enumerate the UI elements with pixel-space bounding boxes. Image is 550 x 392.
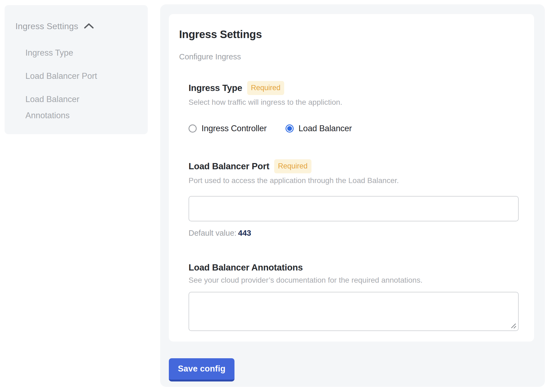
load-balancer-port-heading-row: Load Balancer Port Required xyxy=(189,159,518,173)
radio-unselected-icon[interactable] xyxy=(189,124,197,133)
ingress-settings-card: Ingress Settings Configure Ingress Ingre… xyxy=(169,14,534,342)
default-value-note: Default value:443 xyxy=(189,228,518,238)
load-balancer-port-input[interactable] xyxy=(189,196,519,221)
section-ingress-type: Ingress Type Required Select how traffic… xyxy=(189,81,518,133)
settings-nav-sidebar: Ingress Settings Ingress Type Load Balan… xyxy=(5,5,148,134)
load-balancer-annotations-label: Load Balancer Annotations xyxy=(189,262,303,273)
required-badge: Required xyxy=(274,159,311,173)
ingress-type-label: Ingress Type xyxy=(189,83,242,93)
radio-label-load-balancer: Load Balancer xyxy=(299,124,352,133)
sidebar-section-toggle[interactable]: Ingress Settings xyxy=(15,21,140,31)
sidebar-item-ingress-type[interactable]: Ingress Type xyxy=(25,45,117,61)
save-config-button[interactable]: Save config xyxy=(169,358,234,381)
chevron-up-icon xyxy=(84,23,94,30)
radio-option-ingress-controller[interactable]: Ingress Controller xyxy=(189,124,267,133)
default-value: 443 xyxy=(238,229,251,237)
load-balancer-annotations-field xyxy=(189,292,519,331)
ingress-type-heading-row: Ingress Type Required xyxy=(189,81,518,95)
sidebar-item-load-balancer-annotations[interactable]: Load Balancer Annotations xyxy=(25,91,117,124)
section-load-balancer-port: Load Balancer Port Required Port used to… xyxy=(189,159,518,238)
required-badge: Required xyxy=(247,81,284,95)
sidebar-item-list: Ingress Type Load Balancer Port Load Bal… xyxy=(25,45,140,124)
radio-label-ingress-controller: Ingress Controller xyxy=(202,124,267,133)
page-title: Ingress Settings xyxy=(179,28,518,40)
ingress-type-description: Select how traffic will ingress to the a… xyxy=(189,98,518,107)
load-balancer-port-label: Load Balancer Port xyxy=(189,161,269,172)
load-balancer-port-description: Port used to access the application thro… xyxy=(189,176,518,185)
load-balancer-annotations-description: See your cloud provider’s documentation … xyxy=(189,276,518,285)
settings-main-panel: Ingress Settings Configure Ingress Ingre… xyxy=(160,4,545,387)
ingress-type-radio-group: Ingress Controller Load Balancer xyxy=(189,124,518,133)
section-load-balancer-annotations: Load Balancer Annotations See your cloud… xyxy=(189,262,518,331)
form-sections: Ingress Type Required Select how traffic… xyxy=(189,81,518,331)
sidebar-item-load-balancer-port[interactable]: Load Balancer Port xyxy=(25,68,117,84)
load-balancer-annotations-textarea[interactable] xyxy=(189,292,519,331)
page-subtitle: Configure Ingress xyxy=(179,52,518,61)
load-balancer-annotations-heading-row: Load Balancer Annotations xyxy=(189,262,518,273)
radio-selected-icon[interactable] xyxy=(286,124,294,133)
resize-handle-icon[interactable] xyxy=(510,322,517,329)
radio-option-load-balancer[interactable]: Load Balancer xyxy=(286,124,352,133)
default-value-label: Default value: xyxy=(189,229,236,237)
sidebar-section-title: Ingress Settings xyxy=(15,21,78,31)
